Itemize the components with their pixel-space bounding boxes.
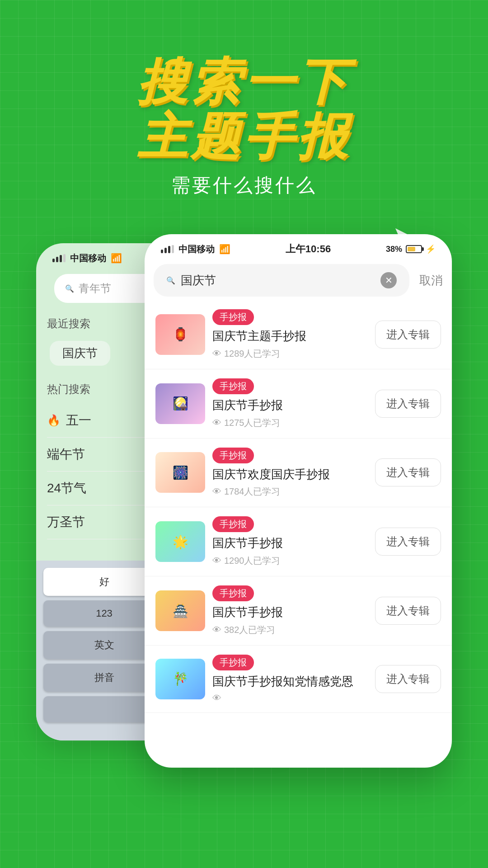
thumb-img-3: 🌟: [155, 521, 205, 562]
result-title-3: 国庆节手抄报: [212, 536, 368, 551]
result-item-2[interactable]: 🎆 手抄报 国庆节欢度国庆手抄报 👁 1784人已学习 进入专辑: [145, 439, 452, 508]
signal-icon-bg: [52, 254, 66, 262]
wifi-icon-fg: 📶: [219, 244, 230, 255]
wifi-icon-bg: 📶: [111, 253, 122, 264]
result-thumb-3: 🌟: [155, 521, 205, 562]
result-thumb-4: 🏯: [155, 590, 205, 631]
search-query: 国庆节: [181, 273, 375, 288]
status-left-bg: 中国移动 📶: [52, 252, 122, 264]
cancel-button-fg[interactable]: 取消: [419, 273, 443, 288]
result-item-1[interactable]: 🎑 手抄报 国庆节手抄报 👁 1275人已学习 进入专辑: [145, 369, 452, 439]
enter-button-4[interactable]: 进入专辑: [375, 597, 441, 625]
hot-item-label-0: 五一: [66, 412, 91, 429]
result-item-4[interactable]: 🏯 手抄报 国庆节手抄报 👁 382人已学习 进入专辑: [145, 576, 452, 646]
eye-icon-2: 👁: [212, 486, 221, 497]
result-info-2: 手抄报 国庆节欢度国庆手抄报 👁 1784人已学习: [212, 448, 368, 498]
thumb-img-1: 🎑: [155, 383, 205, 424]
enter-button-5[interactable]: 进入专辑: [375, 665, 441, 693]
enter-button-0[interactable]: 进入专辑: [375, 321, 441, 349]
result-meta-2: 👁 1784人已学习: [212, 486, 368, 498]
enter-button-3[interactable]: 进入专辑: [375, 528, 441, 556]
result-title-4: 国庆节手抄报: [212, 605, 368, 620]
result-info-0: 手抄报 国庆节主题手抄报 👁 1289人已学习: [212, 309, 368, 360]
enter-button-2[interactable]: 进入专辑: [375, 458, 441, 486]
hot-item-label-1: 端午节: [47, 446, 85, 463]
thumb-img-4: 🏯: [155, 590, 205, 631]
result-title-1: 国庆节手抄报: [212, 398, 368, 413]
result-title-5: 国庆节手抄报知党情感党恩: [212, 674, 368, 689]
hero-title: 搜索一下 主题手报: [27, 54, 461, 164]
result-views-3: 1290人已学习: [224, 555, 281, 567]
result-meta-4: 👁 382人已学习: [212, 624, 368, 636]
hot-item-label-2: 24节气: [47, 480, 86, 497]
result-meta-3: 👁 1290人已学习: [212, 555, 368, 567]
result-info-4: 手抄报 国庆节手抄报 👁 382人已学习: [212, 585, 368, 636]
thumb-img-5: 🎋: [155, 659, 205, 699]
result-meta-5: 👁: [212, 693, 368, 703]
result-views-2: 1784人已学习: [224, 486, 281, 498]
result-tag-2: 手抄报: [212, 448, 254, 463]
result-tag-4: 手抄报: [212, 585, 254, 601]
result-title-0: 国庆节主题手抄报: [212, 329, 368, 344]
search-icon-fg: 🔍: [166, 276, 175, 285]
eye-icon-4: 👁: [212, 625, 221, 635]
bolt-icon-fg: ⚡: [426, 244, 436, 254]
result-meta-0: 👁 1289人已学习: [212, 348, 368, 360]
results-list: 🏮 手抄报 国庆节主题手抄报 👁 1289人已学习 进入专辑: [145, 300, 452, 713]
hero-title-line2: 主题手报: [27, 109, 461, 164]
thumb-img-0: 🏮: [155, 314, 205, 355]
phone-fg: 中国移动 📶 上午10:56 38% ⚡ 🔍: [145, 234, 452, 768]
result-tag-5: 手抄报: [212, 655, 254, 670]
result-title-2: 国庆节欢度国庆手抄报: [212, 467, 368, 482]
result-info-3: 手抄报 国庆节手抄报 👁 1290人已学习: [212, 516, 368, 567]
result-item-5[interactable]: 🎋 手抄报 国庆节手抄报知党情感党恩 👁 进入专辑: [145, 646, 452, 713]
result-thumb-2: 🎆: [155, 452, 205, 493]
result-info-1: 手抄报 国庆节手抄报 👁 1275人已学习: [212, 378, 368, 429]
thumb-img-2: 🎆: [155, 452, 205, 493]
eye-icon-5: 👁: [212, 693, 221, 703]
status-left-fg: 中国移动 📶: [161, 243, 230, 255]
hot-item-label-3: 万圣节: [47, 514, 85, 531]
recent-tag-0[interactable]: 国庆节: [50, 341, 110, 366]
search-bar-row-fg: 🔍 国庆节 ✕ 取消: [145, 260, 452, 300]
result-thumb-1: 🎑: [155, 383, 205, 424]
eye-icon-1: 👁: [212, 418, 221, 428]
result-views-0: 1289人已学习: [224, 348, 281, 360]
signal-icon-fg: [161, 245, 174, 253]
carrier-bg: 中国移动: [70, 252, 106, 264]
clear-button[interactable]: ✕: [380, 272, 397, 288]
result-tag-1: 手抄报: [212, 378, 254, 394]
status-bar-fg: 中国移动 📶 上午10:56 38% ⚡: [145, 234, 452, 260]
battery-icon-fg: [406, 245, 422, 253]
result-item-0[interactable]: 🏮 手抄报 国庆节主题手抄报 👁 1289人已学习 进入专辑: [145, 300, 452, 369]
enter-button-1[interactable]: 进入专辑: [375, 390, 441, 418]
result-thumb-5: 🎋: [155, 659, 205, 699]
search-icon-bg: 🔍: [65, 284, 74, 293]
hero-section: 搜索一下 主题手报 需要什么搜什么: [0, 0, 488, 216]
main-wrapper: 搜索一下 主题手报 需要什么搜什么 中国移动: [0, 0, 488, 868]
result-views-1: 1275人已学习: [224, 417, 281, 429]
time-fg: 上午10:56: [286, 242, 331, 256]
fire-icon: 🔥: [47, 414, 61, 427]
hero-title-line1: 搜索一下: [27, 54, 461, 109]
result-tag-3: 手抄报: [212, 516, 254, 532]
result-item-3[interactable]: 🌟 手抄报 国庆节手抄报 👁 1290人已学习 进入专辑: [145, 507, 452, 576]
status-right-fg: 38% ⚡: [386, 244, 436, 254]
eye-icon-3: 👁: [212, 556, 221, 566]
hero-subtitle: 需要什么搜什么: [27, 173, 461, 198]
result-tag-0: 手抄报: [212, 309, 254, 325]
result-meta-1: 👁 1275人已学习: [212, 417, 368, 429]
carrier-fg: 中国移动: [178, 243, 215, 255]
result-thumb-0: 🏮: [155, 314, 205, 355]
result-info-5: 手抄报 国庆节手抄报知党情感党恩 👁: [212, 655, 368, 703]
result-views-4: 382人已学习: [224, 624, 275, 636]
search-bar-fg[interactable]: 🔍 国庆节 ✕: [154, 264, 409, 297]
eye-icon-0: 👁: [212, 349, 221, 359]
battery-percent-fg: 38%: [386, 245, 402, 254]
search-placeholder-bg: 青年节: [79, 281, 111, 296]
phone-mockup-wrapper: 中国移动 📶 上午10:56 37% ⚡ 🔍: [36, 234, 452, 786]
